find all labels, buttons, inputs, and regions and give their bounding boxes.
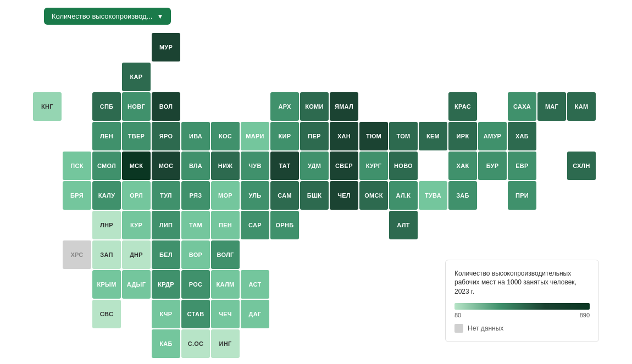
region-cell-сам[interactable]: САМ [270,181,299,210]
region-cell-рос[interactable]: РОС [181,270,210,299]
region-cell-тува[interactable]: ТУВА [419,181,447,210]
region-cell-уль[interactable]: УЛЬ [241,181,269,210]
region-cell-пен[interactable]: ПЕН [211,211,240,239]
region-cell-хак[interactable]: ХАК [448,152,477,180]
region-cell-кнг[interactable]: КНГ [33,92,62,121]
region-cell-коми[interactable]: КОМИ [300,92,329,121]
region-cell-сар[interactable]: САР [241,211,269,239]
region-cell-омск[interactable]: ОМСК [359,181,388,210]
region-cell-вла[interactable]: ВЛА [181,152,210,180]
empty-cell [330,211,358,239]
empty-cell [33,122,62,150]
region-cell-вол[interactable]: ВОЛ [152,92,180,121]
region-cell-пер[interactable]: ПЕР [300,122,329,150]
region-cell-саха[interactable]: САХА [508,92,536,121]
empty-cell [270,270,299,299]
region-cell-мор[interactable]: МОР [211,181,240,210]
region-cell-мск[interactable]: МСК [122,152,151,180]
region-cell-при[interactable]: ПРИ [508,181,536,210]
region-cell-тат[interactable]: ТАТ [270,152,299,180]
region-cell-том[interactable]: ТОМ [389,122,418,150]
region-cell-алт[interactable]: АЛТ [389,211,418,239]
region-cell-став[interactable]: СТАВ [181,300,210,328]
region-cell-лнр[interactable]: ЛНР [92,211,121,239]
region-cell-с.ос[interactable]: С.ОС [181,329,210,358]
region-cell-ал.к[interactable]: АЛ.К [389,181,418,210]
region-cell-зап[interactable]: ЗАП [92,240,121,269]
region-cell-калу[interactable]: КАЛУ [92,181,121,210]
region-cell-ива[interactable]: ИВА [181,122,210,150]
region-cell-кар[interactable]: КАР [122,63,151,91]
region-cell-хан[interactable]: ХАН [330,122,358,150]
region-cell-бел[interactable]: БЕЛ [152,240,180,269]
region-cell-чув[interactable]: ЧУВ [241,152,269,180]
region-cell-калм[interactable]: КАЛМ [211,270,240,299]
empty-cell [122,329,151,358]
region-cell-лен[interactable]: ЛЕН [92,122,121,150]
region-cell-кем[interactable]: КЕМ [419,122,447,150]
region-cell-тул[interactable]: ТУЛ [152,181,180,210]
region-cell-бшк[interactable]: БШК [300,181,329,210]
region-cell-аст[interactable]: АСТ [241,270,269,299]
region-cell-кург[interactable]: КУРГ [359,152,388,180]
region-cell-бур[interactable]: БУР [478,152,507,180]
region-cell-чел[interactable]: ЧЕЛ [330,181,358,210]
region-cell-схлн[interactable]: СХЛН [567,152,596,180]
legend-max: 890 [580,312,590,318]
region-cell-ямал[interactable]: ЯМАЛ [330,92,358,121]
region-cell-евр[interactable]: ЕВР [508,152,536,180]
region-cell-хрс[interactable]: ХРС [63,240,91,269]
region-cell-мос[interactable]: МОС [152,152,180,180]
empty-cell [211,92,240,121]
region-cell-крдр[interactable]: КРДР [152,270,180,299]
region-cell-мари[interactable]: МАРИ [241,122,269,150]
region-cell-мур[interactable]: МУР [152,33,180,61]
region-cell-новг[interactable]: НОВГ [122,92,151,121]
region-cell-каб[interactable]: КАБ [152,329,180,358]
region-cell-смол[interactable]: СМОЛ [92,152,121,180]
region-cell-пск[interactable]: ПСК [63,152,91,180]
region-cell-адыг[interactable]: АДЫГ [122,270,151,299]
region-cell-ряз[interactable]: РЯЗ [181,181,210,210]
region-cell-кур[interactable]: КУР [122,211,151,239]
region-cell-амур[interactable]: АМУР [478,122,507,150]
region-cell-свс[interactable]: СВС [92,300,121,328]
region-cell-орл[interactable]: ОРЛ [122,181,151,210]
empty-cell [419,300,447,328]
empty-cell [63,211,91,239]
region-cell-крас[interactable]: КРАС [448,92,477,121]
region-cell-ниж[interactable]: НИЖ [211,152,240,180]
region-cell-бря[interactable]: БРЯ [63,181,91,210]
region-cell-там[interactable]: ТАМ [181,211,210,239]
region-cell-кир[interactable]: КИР [270,122,299,150]
region-cell-свер[interactable]: СВЕР [330,152,358,180]
region-cell-вор[interactable]: ВОР [181,240,210,269]
region-cell-днр[interactable]: ДНР [122,240,151,269]
region-cell-ново[interactable]: НОВО [389,152,418,180]
region-cell-удм[interactable]: УДМ [300,152,329,180]
region-cell-орнб[interactable]: ОРНБ [270,211,299,239]
region-cell-яро[interactable]: ЯРО [152,122,180,150]
region-cell-инг[interactable]: ИНГ [211,329,240,358]
empty-cell [152,63,180,91]
region-cell-тюм[interactable]: ТЮМ [359,122,388,150]
region-cell-арх[interactable]: АРХ [270,92,299,121]
region-cell-крым[interactable]: КРЫМ [92,270,121,299]
region-cell-заб[interactable]: ЗАБ [448,181,477,210]
region-cell-кос[interactable]: КОС [211,122,240,150]
empty-cell [359,300,388,328]
empty-cell [419,240,447,269]
region-cell-волг[interactable]: ВОЛГ [211,240,240,269]
region-cell-кчр[interactable]: КЧР [152,300,180,328]
region-cell-твер[interactable]: ТВЕР [122,122,151,150]
region-cell-маг[interactable]: МАГ [537,92,566,121]
empty-cell [419,63,447,91]
region-cell-чеч[interactable]: ЧЕЧ [211,300,240,328]
region-cell-кам[interactable]: КАМ [567,92,596,121]
dropdown-button[interactable]: Количество высокопроизвод... ▼ [44,8,171,25]
region-cell-лип[interactable]: ЛИП [152,211,180,239]
region-cell-хаб[interactable]: ХАБ [508,122,536,150]
region-cell-даг[interactable]: ДАГ [241,300,269,328]
region-cell-ирк[interactable]: ИРК [448,122,477,150]
region-cell-спб[interactable]: СПБ [92,92,121,121]
